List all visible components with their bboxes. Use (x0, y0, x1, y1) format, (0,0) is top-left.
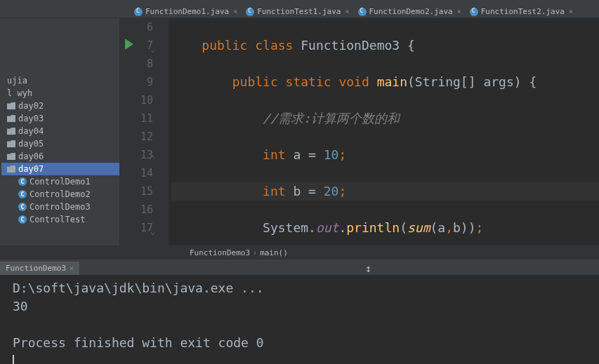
folder-item[interactable]: day05 (1, 137, 119, 150)
class-item[interactable]: ControlDemo1 (1, 175, 119, 188)
line-number: 15 (119, 182, 169, 201)
class-icon (18, 190, 27, 198)
label: ControlDemo2 (29, 189, 91, 199)
line-number: 14 (119, 164, 169, 182)
label: l wyh (7, 88, 32, 98)
tab-label: FunctionTest2.java (481, 7, 565, 16)
close-icon[interactable]: × (457, 8, 461, 15)
label: ujia (7, 76, 27, 86)
console-output[interactable]: D:\soft\java\jdk\bin\java.exe ... 30 Pro… (0, 275, 599, 364)
folder-icon (7, 166, 15, 173)
folder-icon (7, 102, 15, 109)
class-icon (358, 8, 367, 16)
label: day03 (18, 114, 44, 123)
line-number: 7⌄ (119, 36, 169, 55)
editor-tab-bar: FunctionDemo1.java× FunctionTest1.java× … (0, 6, 599, 18)
close-icon[interactable]: × (569, 8, 573, 15)
class-item[interactable]: ControlDemo2 (1, 188, 119, 201)
class-item[interactable]: ControlDemo3 (1, 201, 119, 213)
close-icon[interactable]: × (70, 264, 74, 272)
editor-tab[interactable]: FunctionDemo1.java× (130, 6, 242, 18)
label: day07 (18, 164, 44, 174)
tab-label: FunctionDemo1.java (145, 7, 229, 16)
editor-tab[interactable]: FunctionDemo2.java× (354, 6, 466, 18)
label: day05 (18, 139, 44, 149)
run-tab-label: FunctionDemo3 (6, 264, 66, 273)
line-number: 8 (119, 55, 169, 73)
class-icon (18, 203, 27, 211)
console-line: 30 (13, 297, 586, 316)
label: ControlTest (29, 215, 85, 224)
tree-item[interactable]: ujia (1, 74, 119, 87)
console-line (13, 316, 586, 334)
folder-icon (7, 128, 15, 135)
project-sidebar[interactable]: ujia l wyh day02 day03 day04 day05 day06… (0, 18, 119, 245)
class-icon (134, 8, 143, 16)
folder-item[interactable]: day03 (1, 112, 119, 125)
gutter[interactable]: 6 7⌄ 8 9 10 11 12 13⌃ 14 15 16 17⌄ (119, 18, 169, 245)
class-icon (246, 8, 254, 16)
tab-label: FunctionDemo2.java (369, 7, 453, 16)
label: ControlDemo3 (29, 202, 91, 212)
label: day02 (18, 101, 44, 111)
editor-tab[interactable]: FunctionTest1.java× (242, 6, 353, 18)
label: day04 (18, 126, 44, 136)
line-number: 6 (119, 18, 169, 36)
folder-icon (7, 140, 15, 147)
line-number: 11 (119, 109, 169, 128)
sidebar-header (0, 18, 119, 74)
console-cursor-line (13, 352, 586, 364)
close-icon[interactable]: × (233, 8, 237, 15)
cursor-icon (13, 355, 14, 364)
line-number: 16 (119, 201, 169, 219)
tree-item[interactable]: l wyh (1, 87, 119, 100)
folder-item[interactable]: day02 (1, 100, 119, 112)
run-tab[interactable]: FunctionDemo3 × (0, 262, 79, 275)
class-icon (18, 177, 27, 186)
folder-item-selected[interactable]: day07 (1, 163, 119, 175)
class-item[interactable]: ControlTest (1, 213, 119, 226)
label: day06 (18, 151, 44, 161)
fold-icon[interactable]: ⌄ (150, 222, 155, 241)
class-icon (18, 215, 27, 224)
line-number: 10 (119, 91, 169, 109)
toolbar-area (0, 0, 599, 6)
tab-label: FunctionTest1.java (257, 7, 341, 16)
folder-icon (7, 115, 15, 122)
console-command: D:\soft\java\jdk\bin\java.exe ... (13, 279, 586, 297)
line-number: 13⌃ (119, 146, 169, 164)
resize-handle-icon[interactable]: ↕ (365, 262, 371, 275)
code-area[interactable]: public class FunctionDemo3 { public stat… (169, 18, 599, 245)
editor-tab[interactable]: FunctionTest2.java× (466, 6, 577, 18)
code-editor[interactable]: 6 7⌄ 8 9 10 11 12 13⌃ 14 15 16 17⌄ publi… (119, 18, 599, 245)
folder-item[interactable]: day06 (1, 150, 119, 163)
label: ControlDemo1 (29, 177, 91, 187)
console-exit: Process finished with exit code 0 (13, 334, 586, 352)
line-number: 9 (119, 73, 169, 91)
class-icon (470, 8, 478, 16)
folder-icon (7, 153, 15, 160)
line-number: 12 (119, 128, 169, 146)
folder-item[interactable]: day04 (1, 125, 119, 137)
close-icon[interactable]: × (345, 8, 349, 15)
line-number: 17⌄ (119, 219, 169, 237)
